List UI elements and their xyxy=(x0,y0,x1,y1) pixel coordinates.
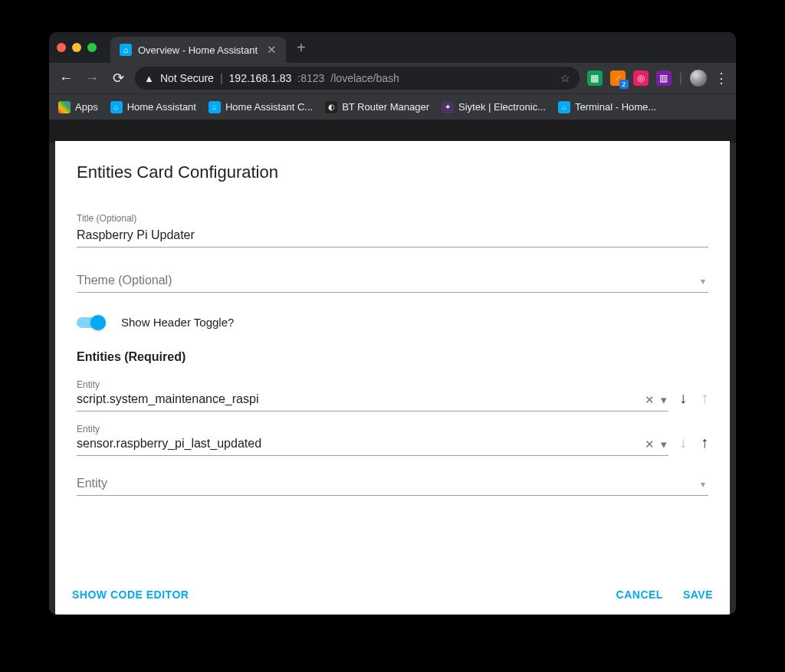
theme-field[interactable]: Theme (Optional) ▾ xyxy=(77,270,708,293)
entities-section-title: Entities (Required) xyxy=(77,350,708,364)
site-icon: ✦ xyxy=(442,101,454,113)
bookmark-item[interactable]: ◐ BT Router Manager xyxy=(325,101,429,113)
move-down-icon[interactable]: ↓ xyxy=(679,389,687,407)
home-assistant-icon: ⌂ xyxy=(110,101,123,113)
extension-icon[interactable]: ▦ xyxy=(587,70,603,86)
bookmark-label: Terminal - Home... xyxy=(575,101,656,113)
browser-toolbar: ← → ⟳ ▲ Not Secure | 192.168.1.83:8123/l… xyxy=(49,63,736,93)
bookmarks-bar: Apps ⌂ Home Assistant ⌂ Home Assistant C… xyxy=(49,93,736,120)
not-secure-label: Not Secure xyxy=(160,72,214,84)
address-separator: | xyxy=(220,72,223,84)
save-button[interactable]: Save xyxy=(683,588,713,601)
browser-window: ⌂ Overview - Home Assistant ✕ + ← → ⟳ ▲ … xyxy=(49,32,736,615)
entity-inline-controls: ✕ ▾ xyxy=(645,438,667,451)
bookmark-item[interactable]: ✦ Siytek | Electronic... xyxy=(442,101,546,113)
url-port: :8123 xyxy=(297,72,324,84)
reorder-controls: ↓ ↑ xyxy=(679,434,708,456)
maximize-window-button[interactable] xyxy=(87,43,97,52)
title-field-label: Title (Optional) xyxy=(77,213,708,224)
url-host: 192.168.1.83 xyxy=(229,72,292,84)
entity-field: Entity ✕ ▾ xyxy=(77,379,668,411)
title-field: Title (Optional) xyxy=(77,213,708,247)
bookmark-label: Home Assistant xyxy=(127,101,196,113)
bookmark-item[interactable]: ⌂ Terminal - Home... xyxy=(558,101,656,113)
entity-label: Entity xyxy=(77,379,668,390)
chevron-down-icon[interactable]: ▾ xyxy=(661,393,667,407)
bookmark-item[interactable]: ⌂ Home Assistant xyxy=(110,101,196,113)
minimize-window-button[interactable] xyxy=(72,43,81,52)
entity-input[interactable] xyxy=(77,434,668,456)
entity-row: Entity ✕ ▾ ↓ ↑ xyxy=(77,424,708,456)
clear-icon[interactable]: ✕ xyxy=(645,438,655,451)
bookmark-label: Apps xyxy=(75,101,98,113)
entity-label: Entity xyxy=(77,424,668,434)
close-tab-icon[interactable]: ✕ xyxy=(267,43,277,57)
show-header-toggle[interactable] xyxy=(77,317,104,328)
entity-inline-controls: ✕ ▾ xyxy=(645,393,667,407)
move-up-icon: ↑ xyxy=(701,389,708,407)
reload-button[interactable]: ⟳ xyxy=(109,70,127,87)
dialog-body: Entities Card Configuration Title (Optio… xyxy=(55,141,730,579)
toggle-label: Show Header Toggle? xyxy=(121,316,234,329)
browser-tab[interactable]: ⌂ Overview - Home Assistant ✕ xyxy=(110,37,286,63)
bookmark-label: Home Assistant C... xyxy=(225,101,313,113)
profile-avatar[interactable] xyxy=(690,70,707,87)
not-secure-icon: ▲ xyxy=(144,73,154,84)
entity-field[interactable]: ▾ xyxy=(77,474,708,496)
back-button[interactable]: ← xyxy=(57,70,75,87)
bookmark-label: BT Router Manager xyxy=(342,101,429,113)
entity-row-empty: ▾ xyxy=(77,474,708,496)
apps-icon xyxy=(58,101,71,113)
new-tab-button[interactable]: + xyxy=(297,39,306,57)
close-window-button[interactable] xyxy=(57,43,66,52)
dialog-title: Entities Card Configuration xyxy=(77,162,708,182)
entity-field: Entity ✕ ▾ xyxy=(77,424,668,456)
apps-bookmark[interactable]: Apps xyxy=(58,101,98,113)
extensions: ▦ ⟋ 2 ◎ ▥ | ⋮ xyxy=(587,70,728,87)
reorder-controls: ↓ ↑ xyxy=(679,389,708,411)
chevron-down-icon: ▾ xyxy=(701,276,705,287)
move-up-icon[interactable]: ↑ xyxy=(701,434,708,451)
entity-row: Entity ✕ ▾ ↓ ↑ xyxy=(77,379,708,411)
title-input[interactable] xyxy=(77,225,708,247)
entity-input[interactable] xyxy=(77,390,668,411)
forward-button[interactable]: → xyxy=(83,70,101,87)
entity-input-empty[interactable] xyxy=(77,474,708,496)
window-controls xyxy=(57,43,97,52)
router-icon: ◐ xyxy=(325,101,337,113)
rss-extension-icon[interactable]: ⟋ 2 xyxy=(610,70,626,86)
tab-title: Overview - Home Assistant xyxy=(138,44,258,56)
theme-select-label: Theme (Optional) xyxy=(77,270,708,293)
dialog-footer: Show Code Editor Cancel Save xyxy=(55,579,730,615)
bookmark-label: Siytek | Electronic... xyxy=(458,101,546,113)
chevron-down-icon[interactable]: ▾ xyxy=(661,438,667,451)
extension-icon[interactable]: ▥ xyxy=(656,70,672,86)
chevron-down-icon: ▾ xyxy=(701,479,705,490)
extension-icon[interactable]: ◎ xyxy=(633,70,649,86)
move-down-icon: ↓ xyxy=(679,434,687,451)
home-assistant-favicon: ⌂ xyxy=(120,44,132,56)
browser-menu-icon[interactable]: ⋮ xyxy=(714,70,728,87)
bookmark-item[interactable]: ⌂ Home Assistant C... xyxy=(209,101,313,113)
bookmark-star-icon[interactable]: ☆ xyxy=(560,72,570,84)
address-bar[interactable]: ▲ Not Secure | 192.168.1.83:8123/lovelac… xyxy=(135,67,580,90)
show-code-editor-button[interactable]: Show Code Editor xyxy=(72,588,189,601)
page-content: Entities Card Configuration Title (Optio… xyxy=(49,120,736,615)
url-path: /lovelace/bash xyxy=(330,72,399,84)
toggle-knob xyxy=(90,315,106,330)
home-assistant-icon: ⌂ xyxy=(558,101,570,113)
header-toggle-row: Show Header Toggle? xyxy=(77,316,708,329)
rss-badge: 2 xyxy=(619,80,629,89)
dialog-backdrop xyxy=(49,120,736,143)
card-config-dialog: Entities Card Configuration Title (Optio… xyxy=(55,141,730,615)
home-assistant-icon: ⌂ xyxy=(209,101,221,113)
cancel-button[interactable]: Cancel xyxy=(616,588,663,601)
extension-divider: | xyxy=(679,71,682,85)
clear-icon[interactable]: ✕ xyxy=(645,393,655,407)
tab-strip: ⌂ Overview - Home Assistant ✕ + xyxy=(49,32,736,63)
